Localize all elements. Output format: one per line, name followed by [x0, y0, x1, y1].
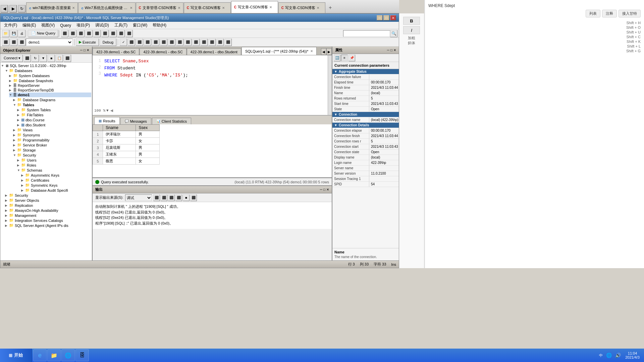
tool-sql-6[interactable]: ⬛: [136, 39, 143, 46]
props-pin-btn[interactable]: 📌: [348, 55, 355, 61]
tree-item-databases[interactable]: ▼ 📁 Databases: [5, 68, 91, 73]
output-source-select[interactable]: 调试: [125, 194, 152, 201]
tree-item-servobj[interactable]: ▶ 📁 Server Objects: [5, 198, 91, 203]
output-minimize[interactable]: ─: [320, 188, 322, 191]
tree-item-symkeys[interactable]: ▶ 📁 Symmetric Keys: [21, 183, 91, 188]
tree-item-alwayson[interactable]: ▶ 📁 AlwaysOn High Availability: [5, 208, 91, 213]
oe-disconnect-btn[interactable]: ⬛: [23, 55, 31, 62]
tab-results[interactable]: ▦ Results: [94, 117, 120, 124]
list-btn[interactable]: 列表: [586, 10, 600, 17]
tree-item-management[interactable]: ▶ 📁 Management: [5, 213, 91, 218]
tool-btn-9[interactable]: ⬛: [101, 30, 109, 37]
tree-item-snapshots[interactable]: ▶ 📁 Database Snapshots: [9, 78, 91, 83]
tool-btn-5[interactable]: ⬛: [69, 30, 76, 37]
props-close-icon[interactable]: ✕: [393, 48, 396, 52]
db-selector[interactable]: demo1: [26, 39, 73, 46]
tool-sql-10[interactable]: ⬛: [168, 39, 175, 46]
tool-sql-12[interactable]: ⬛: [184, 39, 192, 46]
doc-tab-close-icon[interactable]: ✕: [310, 49, 313, 53]
tree-item-diagrams[interactable]: ▶ 📁 Database Diagrams: [13, 97, 91, 102]
search-box[interactable]: [343, 30, 390, 37]
menu-file[interactable]: 文件(F): [1, 22, 20, 29]
tool-btn-11[interactable]: ⬛: [117, 30, 125, 37]
tool-sql-4[interactable]: ✓: [120, 39, 127, 46]
tree-item-systables[interactable]: ▶ 📁 System Tables: [17, 107, 91, 112]
gantt-btn[interactable]: 接入甘特: [619, 10, 641, 17]
tree-item-sysdb[interactable]: ▶ 📁 System Databases: [9, 73, 91, 78]
oe-stop-btn[interactable]: ■: [48, 55, 55, 62]
tree-item-certs[interactable]: ▶ 📁 Certificates: [21, 178, 91, 183]
tool-btn-6[interactable]: ⬛: [77, 30, 85, 37]
search-btn[interactable]: 🔍: [390, 30, 397, 37]
execute-btn[interactable]: ▶ Execute: [76, 39, 99, 46]
tab-csdn-4[interactable]: C 写文章-CSDN博客 ✕: [278, 2, 325, 13]
ssms-maximize-btn[interactable]: □: [383, 15, 389, 20]
tray-volume[interactable]: 🔊: [613, 353, 623, 358]
tab-csdn-2[interactable]: C 写文章-CSDN博客 ✕: [184, 2, 231, 13]
menu-tools[interactable]: 工具(T): [112, 22, 130, 29]
tree-item-audit[interactable]: ▶ 📁 Database Audit Specifi: [21, 188, 91, 193]
tool-btn-7[interactable]: ⬛: [85, 30, 93, 37]
tray-ime[interactable]: 中: [597, 353, 604, 358]
props-minimize-icon[interactable]: ─: [387, 48, 389, 52]
tree-item-server[interactable]: ▼ 🖥 SQL Server 11.0.2100 - 422-39\hp: [1, 63, 91, 68]
start-button[interactable]: ⊞ 开始: [0, 349, 32, 362]
comment-btn[interactable]: 注释: [602, 10, 617, 17]
tree-item-student[interactable]: ▶ ▦ dbo.Student: [17, 122, 91, 127]
tree-item-security-db[interactable]: ▼ 📁 Security: [13, 153, 91, 158]
tree-item-security-srv[interactable]: ▶ 📁 Security: [5, 193, 91, 198]
tab-messages[interactable]: 💬 Messages: [120, 118, 151, 124]
tab-win7-screenshot[interactable]: e win7截图快捷-百度搜索 ✕: [26, 2, 78, 13]
tool-sql-17[interactable]: ⬛: [224, 39, 232, 46]
props-maximize-icon[interactable]: □: [390, 48, 392, 52]
menu-debug[interactable]: 调试(D): [93, 22, 112, 29]
browser-forward-btn[interactable]: ▶: [9, 5, 17, 12]
new-query-btn[interactable]: 📄 New Query: [28, 30, 58, 37]
output-btn-4[interactable]: ⬛: [175, 194, 182, 201]
tree-item-views[interactable]: ▶ 📁 Views: [13, 127, 91, 132]
tool-btn-4[interactable]: ⬛: [61, 30, 68, 37]
tool-sql-11[interactable]: ⬛: [176, 39, 183, 46]
tool-btn-12[interactable]: ⬛: [125, 30, 133, 37]
tree-item-programmability[interactable]: ▶ 📁 Programmability: [13, 137, 91, 142]
prop-section-aggregate_status[interactable]: ▼Aggregate Status: [332, 69, 399, 74]
taskbar-explorer-btn[interactable]: 📁: [47, 349, 61, 361]
props-sort-btn[interactable]: 🔤: [334, 55, 340, 61]
doc-tabs-scroll-right[interactable]: ▶: [326, 48, 332, 55]
tool-sql-9[interactable]: ⬛: [160, 39, 167, 46]
props-cat-btn[interactable]: ≡: [341, 55, 348, 61]
doc-tab-sc1[interactable]: 422-39.demo1 - dbo.SC: [93, 48, 139, 55]
tree-item-filetables[interactable]: ▶ 📁 FileTables: [17, 112, 91, 117]
tool-sql-13[interactable]: ⬛: [192, 39, 200, 46]
tree-item-users[interactable]: ▶ 📁 Users: [17, 158, 91, 163]
tool-sql-14[interactable]: ⬛: [200, 39, 208, 46]
tool-sql-15[interactable]: ⬛: [208, 39, 216, 46]
taskbar-ie-btn[interactable]: e: [33, 349, 47, 361]
menu-edit[interactable]: 编辑(E): [20, 22, 39, 29]
tree-item-replication[interactable]: ▶ 📁 Replication: [5, 203, 91, 208]
tree-item-sqlagent[interactable]: ▶ 📁 SQL Server Agent (Agent IPs dis: [5, 223, 91, 228]
tool-sql-16[interactable]: ⬛: [216, 39, 224, 46]
output-btn-1[interactable]: ⬛: [153, 194, 160, 201]
menu-window[interactable]: 窗口(W): [130, 22, 150, 29]
tool-btn-3[interactable]: 🖨: [18, 30, 25, 37]
browser-back-btn[interactable]: ◀: [1, 5, 8, 12]
tray-network[interactable]: 🌐: [604, 353, 613, 358]
tree-item-tables[interactable]: ▼ 📁 Tables: [13, 102, 91, 107]
bold-format-btn[interactable]: B: [403, 17, 420, 25]
tool-sql-7[interactable]: ⬛: [144, 39, 151, 46]
output-maximize[interactable]: □: [323, 188, 325, 191]
tab-csdn-1[interactable]: C 文章管理-CSDN博客 ✕: [136, 2, 183, 13]
output-btn-3[interactable]: ⬛: [168, 194, 175, 201]
tree-item-demo1[interactable]: ▼ 🗄 demo1: [9, 93, 91, 97]
taskbar-ssms-btn[interactable]: 🗄: [75, 349, 89, 361]
prop-section-connection[interactable]: ▼Connection: [332, 112, 399, 117]
sql-editor[interactable]: 123 SELECT Sname,Ssex FROM Student WHERE…: [93, 55, 332, 116]
tab-client-statistics[interactable]: 📊 Client Statistics: [152, 118, 191, 124]
output-close[interactable]: ✕: [326, 188, 329, 191]
italic-format-btn[interactable]: I: [403, 26, 420, 34]
oe-maximize-icon[interactable]: □: [84, 48, 86, 52]
output-btn-2[interactable]: ⬛: [161, 194, 167, 201]
output-btn-5[interactable]: ■: [183, 194, 190, 201]
output-btn-6[interactable]: ⬛: [190, 194, 197, 201]
